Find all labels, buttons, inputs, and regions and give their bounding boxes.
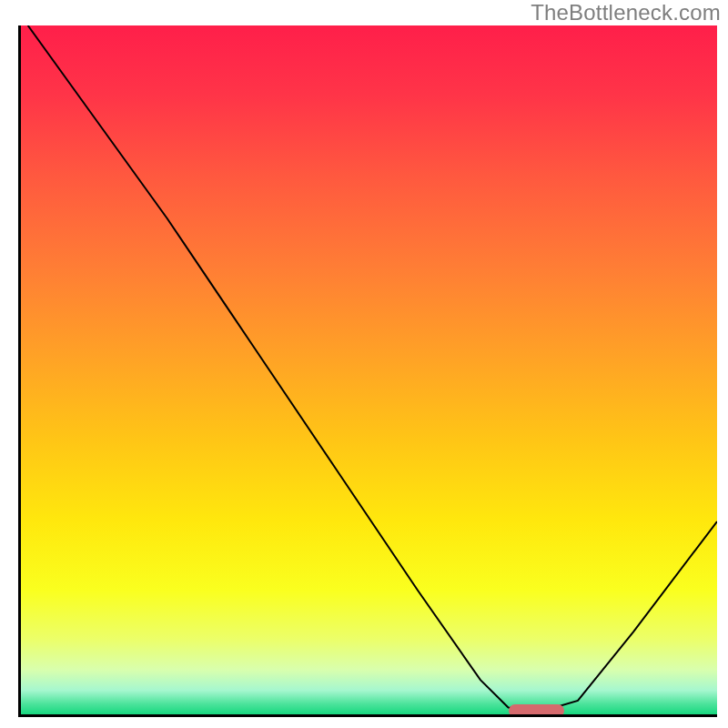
plot-area xyxy=(18,25,717,717)
svg-rect-0 xyxy=(21,25,717,714)
watermark-text: TheBottleneck.com xyxy=(531,0,721,25)
bottleneck-figure: TheBottleneck.com xyxy=(0,0,728,728)
optimal-range-marker xyxy=(509,704,564,717)
background-gradient xyxy=(21,25,717,714)
